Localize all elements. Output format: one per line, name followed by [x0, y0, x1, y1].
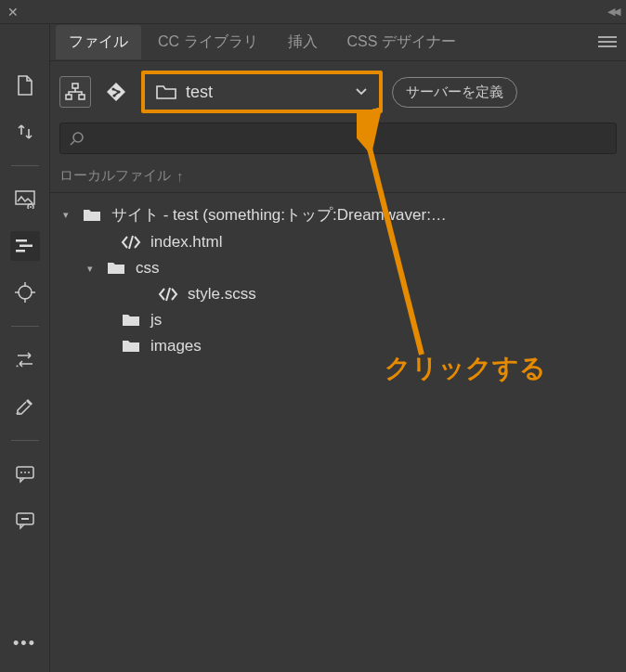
- site-dropdown-label: test: [186, 83, 213, 102]
- code-icon: [158, 287, 178, 302]
- collapse-icon[interactable]: ◀◀: [607, 6, 619, 18]
- code-icon: [121, 235, 141, 250]
- define-server-button[interactable]: サーバーを定義: [392, 77, 517, 108]
- more-icon[interactable]: •••: [13, 634, 36, 653]
- files-toolbar: test サーバーを定義: [50, 61, 626, 119]
- tree-item-label: css: [136, 259, 160, 278]
- column-header-label: ローカルファイル: [59, 167, 171, 185]
- tree-item-label: js: [150, 311, 162, 330]
- titlebar: ✕ ◀◀: [0, 0, 626, 24]
- git-icon[interactable]: [100, 76, 132, 108]
- tab-cssdesigner[interactable]: CSS デザイナー: [334, 25, 469, 59]
- tree-item-label: index.html: [150, 233, 222, 252]
- search-icon: [70, 131, 85, 146]
- tree-item-label: style.scss: [188, 285, 256, 304]
- folder-icon: [82, 208, 102, 223]
- chevron-down-icon: [355, 87, 368, 97]
- left-tool-rail: * ‹› •••: [0, 24, 50, 672]
- svg-point-6: [19, 286, 32, 299]
- comment-minus-icon[interactable]: [10, 506, 40, 536]
- file-tree: ▾ サイト - test (something:トップ:Dreamwaver:……: [50, 193, 626, 367]
- tab-insert[interactable]: 挿入: [275, 25, 331, 59]
- sort-arrow-icon: ↑: [176, 168, 184, 184]
- caret-down-icon: ▾: [59, 209, 72, 221]
- assets-icon[interactable]: [10, 185, 40, 214]
- svg-rect-20: [79, 95, 85, 99]
- site-dropdown[interactable]: test: [141, 71, 383, 113]
- tree-item-label: images: [150, 337, 202, 355]
- network-icon[interactable]: [59, 76, 91, 108]
- tree-item-js[interactable]: js: [56, 307, 620, 333]
- comment-icon[interactable]: [10, 459, 40, 489]
- tab-cclibrary[interactable]: CC ライブラリ: [145, 25, 271, 59]
- tree-item-css[interactable]: ▾ css: [56, 255, 620, 281]
- panel-tabs: ファイル CC ライブラリ 挿入 CSS デザイナー: [50, 24, 626, 61]
- folder-icon: [121, 313, 141, 328]
- svg-rect-18: [72, 84, 78, 88]
- svg-point-10: [20, 472, 22, 473]
- svg-rect-16: [598, 41, 617, 43]
- tree-item-index[interactable]: index.html: [56, 229, 620, 255]
- search-input[interactable]: [59, 123, 617, 154]
- file-icon[interactable]: [10, 71, 40, 100]
- folder-icon: [121, 339, 141, 354]
- svg-rect-3: [16, 239, 27, 242]
- svg-point-12: [28, 472, 30, 473]
- svg-text:‹›: ‹›: [16, 409, 21, 417]
- tree-item-label: サイト - test (something:トップ:Dreamwaver:…: [111, 204, 447, 226]
- svg-rect-19: [66, 95, 72, 99]
- tree-item-stylescss[interactable]: style.scss: [56, 281, 620, 307]
- svg-point-24: [73, 133, 83, 142]
- panel-menu-icon[interactable]: [598, 36, 617, 49]
- updown-arrows-icon[interactable]: [10, 117, 40, 147]
- files-panel: ファイル CC ライブラリ 挿入 CSS デザイナー test: [50, 24, 626, 672]
- svg-rect-5: [16, 250, 25, 252]
- folder-icon: [106, 261, 126, 276]
- svg-text:*: *: [16, 363, 19, 369]
- svg-point-11: [24, 472, 26, 473]
- column-header[interactable]: ローカルファイル ↑: [50, 162, 626, 193]
- swap-icon[interactable]: *: [10, 345, 40, 375]
- target-icon[interactable]: [10, 278, 40, 307]
- close-icon[interactable]: ✕: [7, 5, 19, 19]
- svg-rect-15: [598, 36, 617, 38]
- svg-rect-17: [598, 45, 617, 47]
- eyedropper-icon[interactable]: ‹›: [10, 392, 40, 421]
- tree-item-images[interactable]: images: [56, 333, 620, 359]
- svg-rect-4: [20, 245, 33, 248]
- snippets-icon[interactable]: [10, 231, 40, 261]
- caret-down-icon: ▾: [84, 263, 97, 275]
- folder-icon: [156, 84, 176, 100]
- svg-point-2: [30, 206, 32, 208]
- tree-root[interactable]: ▾ サイト - test (something:トップ:Dreamwaver:…: [56, 200, 620, 229]
- tab-files[interactable]: ファイル: [56, 25, 141, 59]
- svg-rect-14: [21, 518, 29, 520]
